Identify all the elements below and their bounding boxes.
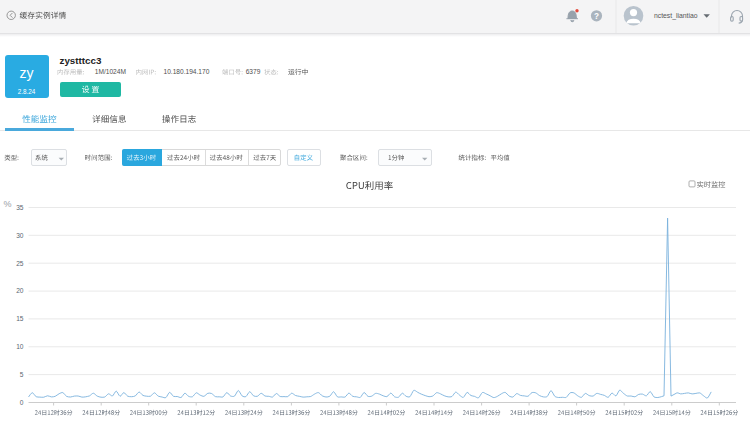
svg-text:30: 30 [16,232,24,239]
svg-text:10.180.194.170: 10.180.194.170 [164,68,210,75]
svg-text:20: 20 [16,287,24,294]
svg-text:zy: zy [20,65,34,81]
svg-text:2.8.24: 2.8.24 [18,88,36,95]
svg-text:zystttcc3: zystttcc3 [60,55,102,66]
svg-text:?: ? [594,12,599,21]
svg-text:1M/1024M: 1M/1024M [95,68,126,75]
svg-text:35: 35 [16,204,24,211]
svg-text:0: 0 [20,399,24,406]
svg-text:%: % [4,199,12,209]
svg-text:25: 25 [16,260,24,267]
svg-text:15: 15 [16,315,24,322]
svg-text:6379: 6379 [246,68,261,75]
svg-text:10: 10 [16,343,24,350]
svg-text:5: 5 [20,371,24,378]
svg-text:nctest_liantiao: nctest_liantiao [654,12,698,20]
